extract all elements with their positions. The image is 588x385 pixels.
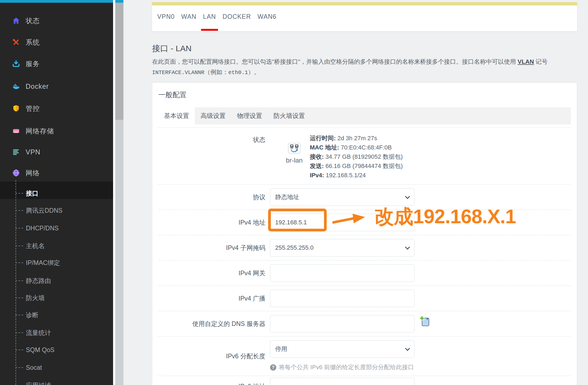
subtab-firewall-settings[interactable]: 防火墙设置	[268, 107, 311, 124]
device-block: br-lan	[283, 143, 306, 180]
field-label-protocol: 协议	[158, 193, 265, 201]
config-subtabs: 基本设置 高级设置 物理设置 防火墙设置	[158, 107, 571, 124]
tree-dash-icon	[16, 280, 23, 281]
download-icon	[12, 60, 20, 68]
top-accent-bar	[0, 0, 123, 3]
field-label-ipv6-address: IPv6 地址	[158, 382, 265, 385]
field-label-ipv4-address: IPv4 地址	[158, 218, 265, 227]
annotation-text: 改成192.168.X.1	[374, 204, 516, 230]
field-label-status: 状态	[158, 132, 265, 144]
general-config-card: 一般配置 基本设置 高级设置 物理设置 防火墙设置 状态 br-lan 运行时间…	[152, 82, 577, 385]
sidebar-subitem-app-filter[interactable]: 应用过滤	[26, 381, 51, 385]
annotation-highlight-box	[268, 209, 327, 231]
protocol-select[interactable]: 静态地址	[270, 188, 414, 206]
sidebar-scrollbar[interactable]	[115, 3, 123, 385]
tools-icon	[12, 38, 20, 46]
active-tab-underline	[201, 29, 218, 31]
sidebar-subitem-traffic-stats[interactable]: 流量统计	[26, 329, 51, 337]
sidebar-item-system[interactable]: 系统	[12, 37, 40, 47]
tree-dash-icon	[16, 367, 23, 368]
stat-rx: 接收: 34.77 GB (81929052 数据包)	[310, 152, 403, 161]
tab-docker[interactable]: DOCKER	[223, 13, 251, 20]
sidebar-item-vpn[interactable]: VPN	[12, 147, 40, 157]
scrollbar-thumb[interactable]	[115, 3, 123, 120]
tree-dash-icon	[16, 298, 23, 298]
ipv6-address-row: IPv6 地址	[158, 376, 571, 385]
submenu-tree-line	[16, 180, 16, 385]
ipv4-broadcast-input[interactable]	[270, 290, 414, 307]
tab-wan6[interactable]: WAN6	[257, 13, 277, 20]
ipv4-netmask-select[interactable]: 255.255.255.0	[270, 239, 414, 256]
field-label-ipv6-assign: IPv6 分配长度	[158, 352, 265, 360]
sidebar-subitem-dhcp-dns[interactable]: DHCP/DNS	[26, 224, 59, 232]
sidebar-item-network[interactable]: 网络	[12, 168, 40, 178]
subtab-basic-settings[interactable]: 基本设置	[158, 107, 195, 124]
sidebar-item-control[interactable]: 管控	[12, 103, 40, 113]
status-stats: 运行时间: 2d 3h 27m 27s MAC 地址: 70:E0:4C:68:…	[310, 132, 403, 180]
subtab-physical-settings[interactable]: 物理设置	[231, 107, 268, 124]
interface-form: 状态 br-lan 运行时间: 2d 3h 27m 27s MAC 地址: 70…	[158, 127, 571, 385]
ipv6-assign-row: IPv6 分配长度 停用 ? 将每个公共 IPv6 前缀的给定长度部分分配给此接…	[158, 337, 571, 376]
sidebar-item-status[interactable]: 状态	[12, 16, 40, 26]
sidebar-item-label: 状态	[26, 16, 40, 25]
bridge-icon	[288, 151, 301, 155]
sidebar-item-label: VPN	[26, 148, 40, 156]
sidebar-subitem-firewall[interactable]: 防火墙	[26, 294, 45, 302]
sidebar-item-services[interactable]: 服务	[12, 59, 40, 69]
tab-wan[interactable]: WAN	[181, 13, 196, 20]
sidebar-subitem-static-routes[interactable]: 静态路由	[26, 277, 51, 285]
field-label-ipv4-netmask: IPv4 子网掩码	[158, 244, 265, 252]
sidebar-item-nas[interactable]: 网络存储	[12, 126, 54, 136]
interface-tabs-card: VPN0 WAN LAN DOCKER WAN6	[152, 2, 577, 31]
sidebar-subitem-hostnames[interactable]: 主机名	[26, 242, 45, 250]
annotation-arrow-icon	[332, 212, 366, 226]
home-icon	[12, 17, 20, 25]
list-icon	[12, 148, 20, 156]
page-description: 在此页面，您可以配置网络接口。您可以勾选"桥接接口"，并输入由空格分隔的多个网络…	[152, 57, 573, 78]
subtab-advanced-settings[interactable]: 高级设置	[195, 107, 231, 124]
sidebar-subitem-tencent-ddns[interactable]: 腾讯云DDNS	[26, 206, 62, 215]
sidebar-item-label: Docker	[26, 82, 49, 90]
chevron-down-icon	[405, 194, 410, 199]
globe-icon	[12, 169, 20, 177]
tree-dash-icon	[16, 350, 23, 350]
chevron-down-icon	[405, 245, 410, 249]
sidebar-divider	[113, 0, 115, 385]
stat-mac: MAC 地址: 70:E0:4C:68:4F:0B	[310, 143, 403, 152]
sidebar-subitem-interfaces[interactable]: 接口	[26, 189, 38, 197]
custom-dns-input[interactable]	[270, 315, 414, 332]
active-item-highlight	[0, 182, 113, 199]
ipv6-address-input[interactable]	[270, 378, 414, 385]
tab-lan[interactable]: LAN	[203, 13, 216, 20]
notice-strip	[152, 2, 577, 5]
stat-uptime: 运行时间: 2d 3h 27m 27s	[310, 134, 403, 143]
vlan-abbr: VLAN	[518, 58, 534, 65]
ipv4-gateway-row: IPv4 网关	[158, 261, 571, 286]
shield-icon	[12, 104, 20, 112]
tree-dash-icon	[16, 228, 23, 228]
sidebar-subitem-diagnostics[interactable]: 诊断	[26, 311, 38, 319]
stat-tx: 发送: 66.16 GB (79844474 数据包)	[310, 161, 403, 171]
sidebar-item-docker[interactable]: Docker	[12, 81, 49, 91]
router-admin-screen: 状态 系统 服务 Docker 管控 网络存储 VPN 网络	[0, 0, 588, 385]
chevron-down-icon	[405, 346, 410, 351]
sidebar-subitem-sqm-qos[interactable]: SQM QoS	[26, 346, 54, 354]
tree-dash-icon	[16, 315, 23, 315]
field-label-ipv4-broadcast: IPv4 广播	[158, 294, 265, 303]
ipv6-assign-select[interactable]: 停用	[270, 340, 414, 358]
tree-dash-icon	[16, 193, 23, 194]
stat-ipv4: IPv4: 192.168.5.1/24	[310, 171, 403, 180]
sidebar-subitem-ip-mac-binding[interactable]: IP/MAC绑定	[26, 259, 60, 267]
status-row: 状态 br-lan 运行时间: 2d 3h 27m 27s MAC 地址: 70…	[158, 128, 571, 185]
tab-vpn0[interactable]: VPN0	[157, 13, 175, 20]
sidebar-item-label: 服务	[26, 59, 40, 68]
add-dns-button[interactable]	[419, 316, 430, 328]
sidebar-item-label: 网络	[26, 169, 40, 178]
ipv4-gateway-input[interactable]	[270, 264, 414, 282]
field-label-custom-dns: 使用自定义的 DNS 服务器	[158, 320, 265, 328]
help-icon: ?	[270, 364, 276, 371]
section-title: 一般配置	[158, 90, 571, 100]
custom-dns-row: 使用自定义的 DNS 服务器	[158, 311, 571, 337]
ipv6-assign-help: ? 将每个公共 IPv6 前缀的给定长度部分分配给此接口	[270, 363, 414, 371]
sidebar-subitem-socat[interactable]: Socat	[26, 363, 42, 372]
